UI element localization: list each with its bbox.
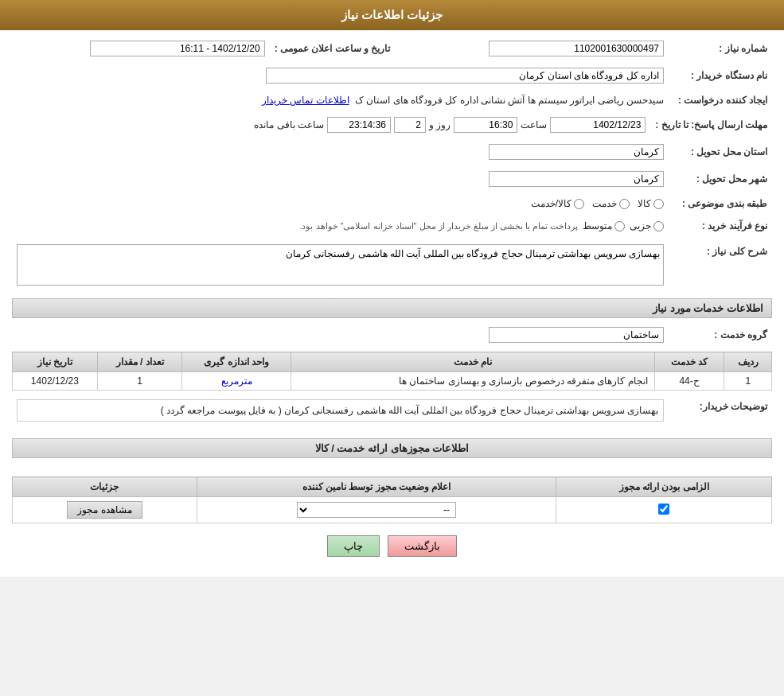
kala-label: کالا — [638, 198, 651, 209]
buyer-notes-box: بهسازی سرویس بهداشتی ترمینال حجاج فرودگا… — [17, 399, 664, 422]
action-buttons: بازگشت چاپ — [12, 535, 772, 557]
label-province: استان محل تحویل : — [669, 142, 772, 162]
radio-motovaset[interactable]: متوسط — [583, 220, 625, 231]
need-number-input[interactable] — [489, 41, 664, 56]
print-button[interactable]: چاپ — [327, 535, 380, 557]
province-input[interactable] — [489, 144, 664, 160]
col-row: ردیف — [724, 352, 772, 372]
cell-code: ح-44 — [654, 372, 724, 391]
permit-details-cell: مشاهده مجوز — [13, 497, 197, 523]
jozi-label: جزیی — [630, 220, 651, 231]
motovaset-label: متوسط — [583, 220, 612, 231]
cell-unit: مترمربع — [182, 372, 291, 391]
col-status: اعلام وضعیت مجوز توسط نامین کننده — [197, 477, 556, 497]
page-header: جزئیات اطلاعات نیاز — [0, 0, 784, 30]
khedmat-label: خدمت — [592, 198, 617, 209]
permit-required-checkbox[interactable] — [658, 504, 669, 515]
need-desc-label: شرح کلی نیاز : — [707, 246, 767, 257]
label-city: شهر محل تحویل : — [669, 169, 772, 189]
contact-info-link[interactable]: اطلاعات تماس خریدار — [262, 95, 349, 106]
cell-date: 1402/12/23 — [13, 372, 98, 391]
city-input[interactable] — [489, 171, 664, 187]
label-service-group: گروه خدمت : — [669, 325, 772, 345]
label-process-type: نوع فرآیند خرید : — [669, 218, 772, 234]
services-section-title: اطلاعات خدمات مورد نیاز — [12, 298, 772, 318]
label-announce-date: تاریخ و ساعت اعلان عمومی : — [270, 38, 396, 59]
label-requester: ایجاد کننده درخواست : — [669, 92, 772, 108]
col-code: کد خدمت — [654, 352, 724, 372]
table-row: 1 ح-44 انجام کارهای متفرقه درخصوص بازساز… — [13, 372, 772, 391]
process-desc: پرداخت تمام یا بخشی از مبلغ خریدار از مح… — [299, 221, 578, 231]
col-required: الزامی بودن ارائه مجوز — [556, 477, 772, 497]
col-date: تاریخ نیاز — [13, 352, 98, 372]
deadline-days-input[interactable] — [394, 117, 426, 133]
permits-section-title: اطلاعات مجوزهای ارائه خدمت / کالا — [12, 438, 772, 458]
permits-table: الزامی بودن ارائه مجوز اعلام وضعیت مجوز … — [12, 476, 772, 523]
service-group-input[interactable] — [489, 327, 664, 343]
requester-text: سیدحسن ریاضی ایراتور سیستم ها آتش نشانی … — [355, 95, 664, 106]
col-name: نام خدمت — [291, 352, 655, 372]
services-table: ردیف کد خدمت نام خدمت واحد اندازه گیری ت… — [12, 352, 772, 391]
cell-qty: 1 — [97, 372, 182, 391]
days-label: روز و — [429, 119, 451, 130]
remaining-label: ساعت باقی مانده — [254, 119, 324, 130]
radio-jozi[interactable]: جزیی — [630, 220, 664, 231]
announce-date-input[interactable] — [90, 41, 265, 56]
buyer-org-input[interactable] — [266, 68, 664, 84]
deadline-remaining-input[interactable] — [327, 117, 391, 133]
time-label: ساعت — [521, 119, 547, 130]
list-item: -- مشاهده مجوز — [13, 497, 772, 523]
radio-kala[interactable]: کالا — [638, 198, 664, 209]
kala-khedmat-label: کالا/خدمت — [531, 198, 571, 209]
label-buyer-org: نام دستگاه خریدار : — [669, 65, 772, 86]
buyer-notes-text: بهسازی سرویس بهداشتی ترمینال حجاج فرودگا… — [161, 405, 658, 416]
label-deadline: مهلت ارسال پاسخ: تا تاریخ : — [650, 115, 772, 135]
page-title: جزئیات اطلاعات نیاز — [341, 8, 443, 21]
radio-kala-khedmat[interactable]: کالا/خدمت — [531, 198, 584, 209]
col-details: جزئیات — [13, 477, 197, 497]
back-button[interactable]: بازگشت — [388, 535, 457, 557]
label-category: طبقه بندی موضوعی : — [669, 196, 772, 212]
view-permit-button[interactable]: مشاهده مجوز — [67, 501, 142, 519]
deadline-date-input[interactable] — [550, 117, 646, 133]
permit-status-cell: -- — [197, 497, 556, 523]
label-need-number: شماره نیاز : — [669, 38, 772, 59]
col-unit: واحد اندازه گیری — [182, 352, 291, 372]
cell-name: انجام کارهای متفرقه درخصوص بازسازی و بهس… — [291, 372, 655, 391]
radio-khedmat[interactable]: خدمت — [592, 198, 630, 209]
permit-required-cell — [556, 497, 772, 523]
col-qty: تعداد / مقدار — [97, 352, 182, 372]
permit-status-select[interactable]: -- — [297, 502, 456, 518]
deadline-time-input[interactable] — [454, 117, 517, 133]
need-description-textarea[interactable] — [17, 244, 664, 286]
buyer-notes-label: توضیحات خریدار: — [700, 401, 767, 412]
cell-row: 1 — [724, 372, 772, 391]
